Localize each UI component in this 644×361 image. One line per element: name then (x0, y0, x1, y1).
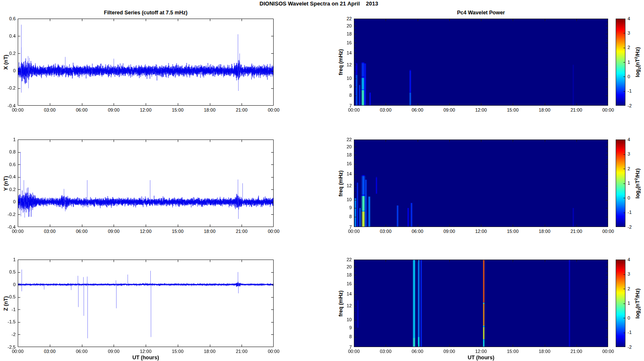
tick-label: 21:00 (565, 229, 588, 234)
colorbar-label-sup: 2 (634, 57, 638, 59)
tick-label: 00:00 (262, 107, 285, 112)
tick-label: 00:00 (596, 107, 620, 112)
colorbar-gradient (616, 260, 625, 347)
tick-label: 06:00 (406, 229, 429, 234)
tick-label: 3 (628, 30, 630, 36)
tick-label: 18:00 (533, 107, 557, 112)
tick-label: 03:00 (38, 229, 62, 234)
tick-label: 21:00 (230, 349, 253, 354)
tick-label: 0 (13, 68, 16, 73)
subplot-filtered-y: Y (nT) 10.80.60.40.20-0.2-0.4 00:0003:00… (18, 139, 274, 227)
tick-label: 0 (628, 74, 630, 79)
tick-label: 0.6 (9, 16, 16, 21)
tick-label: 09:00 (437, 229, 461, 234)
tick-label: 4 (628, 137, 630, 142)
tick-label: 21:00 (565, 349, 588, 354)
tick-label: 03:00 (38, 349, 62, 354)
tick-label: 8 (349, 334, 352, 339)
tick-label: 12 (347, 303, 352, 308)
tick-label: 06:00 (70, 229, 94, 234)
colorbar-row2: 43210-1-2 log2(nT2/Hz) (616, 139, 625, 227)
tick-label: 0.6 (9, 162, 16, 167)
tick-label: 12:00 (469, 107, 493, 112)
tick-label: 21:00 (565, 107, 588, 112)
tick-label: -2 (11, 332, 16, 337)
tick-label: 00:00 (262, 349, 285, 354)
tick-label: 00:00 (6, 107, 30, 112)
tick-label: 12:00 (134, 107, 158, 112)
tick-label: 9 (349, 84, 352, 89)
tick-label: 10 (347, 76, 352, 81)
tick-label: 0.4 (9, 33, 16, 38)
tick-label: 15:00 (501, 349, 524, 354)
y-axis-label-freq: freq (mHz) (338, 290, 344, 317)
tick-label: 1 (13, 137, 16, 142)
tick-label: 14 (347, 50, 352, 55)
tick-label: -1 (11, 307, 16, 312)
tick-label: 0 (628, 315, 630, 320)
tick-label: 15:00 (501, 107, 524, 112)
tick-label: 9 (349, 325, 352, 330)
tick-label: 00:00 (262, 229, 285, 234)
wavelet-y-spectrogram-canvas (354, 139, 608, 227)
tick-label: -1 (628, 330, 632, 335)
tick-label: 18:00 (198, 229, 222, 234)
tick-label: 3 (628, 271, 630, 276)
y-axis-label-x-nt: X (nT) (3, 55, 9, 69)
tick-label: 21:00 (230, 107, 253, 112)
colorbar-label-sub: 2 (637, 188, 641, 190)
tick-label: 18:00 (198, 349, 222, 354)
tick-label: -1 (628, 88, 632, 93)
tick-label: -1 (628, 210, 632, 215)
left-column-title: Filtered Series (cutoff at 7.5 mHz) (18, 10, 274, 16)
colorbar-label: log2(nT2/Hz) (634, 168, 642, 198)
tick-label: 22 (347, 16, 352, 21)
colorbar-label-text: log (635, 190, 641, 198)
tick-label: 1 (13, 257, 16, 262)
y-axis-label-freq: freq (mHz) (338, 49, 344, 75)
tick-label: 1 (628, 301, 630, 306)
tick-label: -0.2 (8, 85, 16, 90)
colorbar-gradient (616, 139, 625, 227)
figure-title: DIONISOS Wavelet Spectra on 21 April 201… (0, 0, 638, 7)
tick-label: 18:00 (533, 349, 557, 354)
tick-label: 0.2 (9, 51, 16, 56)
tick-label: 8 (349, 214, 352, 219)
tick-label: -0.5 (8, 294, 16, 299)
colorbar-row3: 43210-1-2 log2(nT2/Hz) (616, 260, 625, 347)
y-axis-label-y-nt: Y (nT) (3, 176, 9, 191)
tick-label: -1.5 (8, 319, 16, 324)
tick-label: 0 (13, 199, 16, 204)
tick-label: 09:00 (102, 349, 125, 354)
tick-label: 21:00 (230, 229, 253, 234)
colorbar-label-text: (nT (635, 300, 641, 308)
tick-label: 22 (347, 257, 352, 262)
figure-canvas: { "figure": { "suptitle": "DIONISOS Wave… (0, 0, 644, 361)
tick-label: 12:00 (134, 349, 158, 354)
tick-label: 2 (628, 166, 630, 171)
tick-label: 1 (628, 180, 630, 186)
wavelet-x-spectrogram-canvas (354, 19, 608, 106)
colorbar-label-sup: 2 (634, 178, 638, 180)
filtered-z-plot-canvas (18, 260, 274, 347)
colorbar-row1: 43210-1-2 log2(nT2/Hz) (616, 19, 625, 106)
tick-label: 3 (628, 151, 630, 156)
tick-label: 18:00 (533, 229, 557, 234)
tick-label: 00:00 (342, 349, 366, 354)
subplot-filtered-x: Filtered Series (cutoff at 7.5 mHz) X (n… (18, 19, 274, 106)
subplot-wavelet-x: Pc4 Wavelet Power freq (mHz) 22201816141… (354, 19, 608, 106)
filtered-y-plot-canvas (18, 139, 274, 227)
tick-label: 00:00 (6, 229, 30, 234)
tick-label: 4 (628, 257, 630, 262)
y-axis-label-freq: freq (mHz) (338, 170, 344, 197)
tick-label: 03:00 (374, 349, 397, 354)
tick-label: 18 (347, 31, 352, 36)
tick-label: 03:00 (374, 229, 397, 234)
subplot-filtered-z: Z (nT) 10.50-0.5-1-1.5-2-2.5 00:0003:000… (18, 260, 274, 347)
tick-label: 12:00 (134, 229, 158, 234)
tick-label: 0 (13, 282, 16, 287)
tick-label: 00:00 (342, 229, 366, 234)
tick-label: 20 (347, 23, 352, 28)
tick-label: -2 (628, 103, 632, 108)
colorbar-label-text: /Hz) (635, 168, 641, 178)
